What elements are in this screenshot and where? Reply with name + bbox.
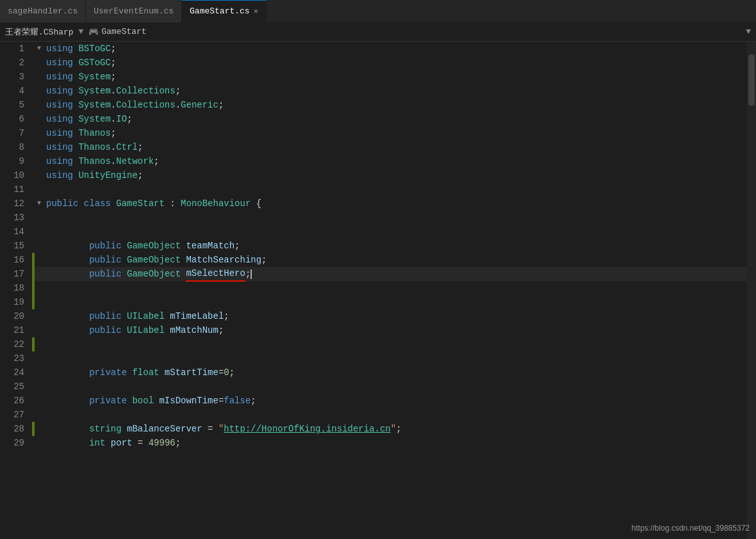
line-number: 10: [5, 168, 24, 182]
code-line: using System.Collections;: [35, 84, 747, 98]
tab-sagehandler[interactable]: sageHandler.cs: [0, 0, 86, 22]
line-number: 5: [5, 98, 24, 112]
plain-token: ;: [224, 309, 229, 323]
line-number: 24: [5, 366, 24, 380]
plain-token: .: [111, 84, 116, 98]
plain-token: [181, 239, 186, 253]
type-token: UILabel: [127, 323, 165, 337]
kw-token: public: [89, 253, 121, 267]
line-number: 14: [5, 225, 24, 239]
code-line: private float mStartTime=0;: [35, 366, 747, 380]
variable-token: mSelectHero: [186, 266, 245, 282]
plain-token: [73, 56, 78, 70]
type-token: GameObject: [127, 267, 181, 281]
indent: [46, 366, 89, 380]
plain-token: [73, 126, 78, 140]
indent: [46, 267, 89, 281]
path-separator: ▼: [79, 27, 84, 36]
plain-token: =: [202, 422, 218, 436]
line-number: 7: [5, 126, 24, 140]
code-line: [35, 225, 747, 239]
indent: [46, 422, 89, 436]
kw-token: using: [46, 42, 73, 56]
path-actions: ▼: [746, 27, 751, 36]
line-number: 9: [5, 154, 24, 168]
line-number: 20: [5, 309, 24, 323]
line-number: 22: [5, 337, 24, 351]
plain-token: {: [251, 197, 261, 211]
plain-token: ;: [229, 366, 234, 380]
line-number: 12: [5, 197, 24, 211]
ns-token: BSToGC: [78, 42, 110, 56]
indent: [46, 394, 89, 408]
tab-gamestart[interactable]: GameStart.cs ✕: [182, 0, 267, 22]
tab-usereventenum[interactable]: UserEventEnum.cs: [86, 0, 182, 22]
url-link[interactable]: http://HonorOfKing.insideria.cn: [224, 424, 390, 434]
code-line: private bool mIsDownTime=false;: [35, 394, 747, 408]
kw-token: using: [46, 126, 73, 140]
plain-token: ;: [111, 126, 116, 140]
text-cursor: [251, 270, 252, 279]
code-line: public GameObject MatchSearching;: [35, 253, 747, 267]
code-line: using System.IO;: [35, 112, 747, 126]
plain-token: =: [218, 394, 224, 408]
ns-token: UnityEngine: [78, 168, 137, 182]
line-number: 17: [5, 267, 24, 281]
code-line: using Thanos.Ctrl;: [35, 140, 747, 154]
ns-token: GSToGC: [78, 56, 110, 70]
line-number: 8: [5, 140, 24, 154]
var-token: mStartTime: [165, 366, 218, 380]
plain-token: [73, 84, 78, 98]
plain-token: ;: [154, 154, 159, 168]
type-token: GameStart: [116, 197, 165, 211]
kw-token: private: [89, 366, 127, 380]
scrollbar-thumb[interactable]: [748, 54, 755, 106]
indent: [46, 239, 89, 253]
scrollbar[interactable]: [747, 42, 756, 539]
collapse-icon[interactable]: ▼: [37, 197, 45, 211]
path-bar: 王者荣耀.CSharp ▼ 🎮 GameStart ▼: [0, 22, 756, 42]
code-line: [35, 380, 747, 394]
kw-token: using: [46, 168, 73, 182]
collapse-icon[interactable]: ▼: [37, 42, 45, 56]
plain-token: ;: [111, 56, 116, 70]
tab-label: sageHandler.cs: [8, 6, 78, 16]
type-token: int: [89, 436, 105, 450]
var-token: port: [111, 436, 133, 450]
plain-token: [127, 366, 132, 380]
var-token: mIsDownTime: [159, 394, 218, 408]
line-number: 28: [5, 422, 24, 436]
plain-token: [73, 112, 78, 126]
ns-token: Thanos: [78, 126, 110, 140]
kw-token: public: [89, 323, 121, 337]
code-line: using GSToGC;: [35, 56, 747, 70]
kw-token: public: [89, 309, 121, 323]
type-token: UILabel: [127, 309, 165, 323]
ns-token: Thanos: [78, 140, 110, 154]
line-number: 26: [5, 394, 24, 408]
tab-close-icon[interactable]: ✕: [254, 6, 258, 16]
plain-token: .: [111, 98, 116, 112]
editor-content[interactable]: 1234567891011121314151617181920212223242…: [0, 42, 756, 539]
plain-token: ;: [176, 84, 181, 98]
code-area[interactable]: ▼using BSToGC;using GSToGC;using System;…: [35, 42, 747, 539]
plain-token: [122, 267, 127, 281]
plain-token: [73, 140, 78, 154]
ns-token: Collections: [116, 98, 175, 112]
line-number: 3: [5, 70, 24, 84]
indent: [46, 436, 89, 450]
line-number: 21: [5, 323, 24, 337]
line-numbers: 1234567891011121314151617181920212223242…: [0, 42, 32, 539]
kw-token: using: [46, 84, 73, 98]
var-token: mMatchNum: [170, 323, 218, 337]
kw-token: using: [46, 70, 73, 84]
code-line: ▼public class GameStart : MonoBehaviour …: [35, 197, 747, 211]
plain-token: [73, 98, 78, 112]
plain-token: [122, 239, 127, 253]
line-number: 2: [5, 56, 24, 70]
line-number: 27: [5, 408, 24, 422]
plain-token: .: [111, 112, 116, 126]
plain-token: [181, 253, 186, 267]
type-token: float: [132, 366, 159, 380]
plain-token: =: [218, 366, 224, 380]
